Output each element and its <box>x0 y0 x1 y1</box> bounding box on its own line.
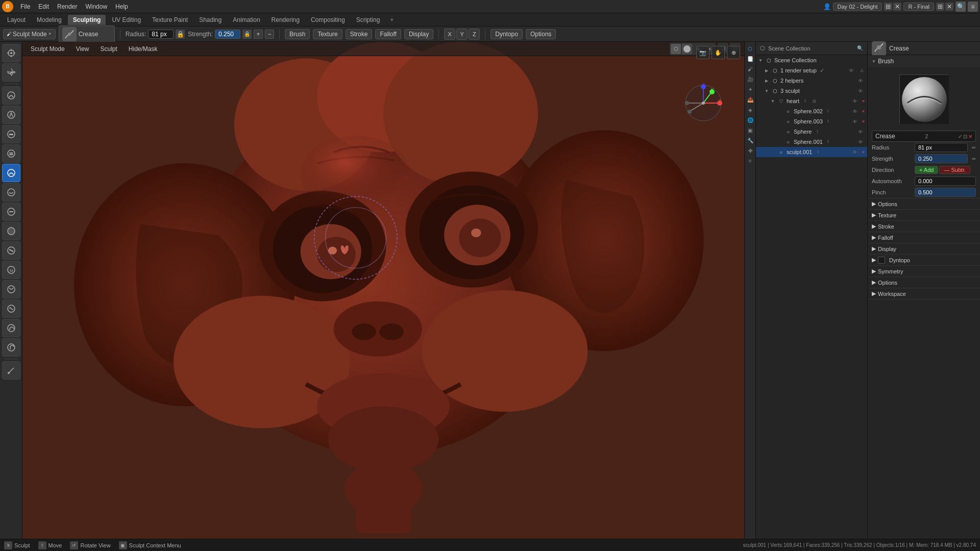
stroke-btn[interactable]: Stroke <box>346 29 373 39</box>
brush-selector[interactable]: Crease <box>59 26 115 43</box>
direction-add-btn[interactable]: + Add <box>915 166 938 174</box>
tool-fill[interactable] <box>2 222 20 240</box>
tab-animation[interactable]: Animation <box>228 15 265 25</box>
crease-del-btn[interactable]: ✕ <box>968 134 972 139</box>
menu-file[interactable]: File <box>16 2 34 11</box>
viewport[interactable]: Sculpt Mode View Sculpt Hide/Mask ⬡ ◉ ● … <box>22 42 744 539</box>
filter-icon[interactable]: ≡ <box>968 2 978 12</box>
viewport-mode-btn[interactable]: Sculpt Mode <box>27 44 69 54</box>
viewport-hidemask-btn[interactable]: Hide/Mask <box>125 44 162 54</box>
viewport-sculpt-btn[interactable]: Sculpt <box>96 44 121 54</box>
tool-smooth[interactable] <box>2 183 20 202</box>
tool-flatten[interactable] <box>2 203 20 221</box>
tab-layout[interactable]: Layout <box>2 15 31 25</box>
heart-filter[interactable]: ⟟ <box>801 97 808 105</box>
object-props-icon[interactable]: ▣ <box>746 126 755 135</box>
outliner-filter-icon[interactable]: 🔍 <box>857 45 863 51</box>
blender-logo[interactable]: B <box>2 1 13 12</box>
tab-texture-paint[interactable]: Texture Paint <box>147 15 193 25</box>
brush-btn[interactable]: Brush <box>285 29 310 39</box>
view-props-icon[interactable]: 🎥 <box>746 74 755 84</box>
physics-icon[interactable]: ⚛ <box>746 156 755 165</box>
hand-icon[interactable]: ✋ <box>712 46 725 59</box>
tool-clay[interactable] <box>2 125 20 143</box>
y-axis-btn[interactable]: Y <box>456 29 468 40</box>
dyntopo-btn[interactable]: Dyntopo <box>491 29 523 39</box>
s002-del[interactable]: ✕ <box>862 109 865 114</box>
sub-btn[interactable]: − <box>265 30 274 39</box>
outliner-sculpt-001[interactable]: ▶ ○ sculpt.001 ⟟ 👁 ✕ <box>756 147 867 157</box>
add-btn[interactable]: + <box>254 30 263 39</box>
dyntopo-checkbox[interactable] <box>878 257 885 264</box>
menu-window[interactable]: Window <box>81 2 111 11</box>
display-section[interactable]: ▶ Display <box>868 243 980 255</box>
s001-eye[interactable]: 👁 <box>858 139 865 145</box>
strength-edit-icon[interactable]: ✏ <box>970 156 976 162</box>
tool-draw[interactable] <box>2 86 20 105</box>
outliner-heart[interactable]: ▼ ♡ heart ⟟ ⊡ 👁 ✕ <box>756 96 867 106</box>
outliner-scene-collection[interactable]: ▼ ⬡ Scene Collection <box>756 55 867 65</box>
tool-draw-sharp[interactable] <box>2 106 20 124</box>
tab-shading[interactable]: Shading <box>194 15 227 25</box>
dyntopo-section[interactable]: ▶ Dyntopo <box>868 255 980 266</box>
pinch-prop-value[interactable]: 0.500 <box>915 188 976 197</box>
render-btn-1[interactable]: ⊞ <box>936 3 944 11</box>
tab-compositing[interactable]: Compositing <box>306 15 350 25</box>
direction-sub-btn[interactable]: — Subtr. <box>939 166 970 174</box>
strength-input[interactable]: 0.250 <box>215 30 240 39</box>
tool-clay-strips[interactable] <box>2 144 20 163</box>
tool-scrape[interactable] <box>2 241 20 260</box>
sphere-filter[interactable]: ⟟ <box>814 128 821 135</box>
s002-eye[interactable]: 👁 <box>852 109 860 114</box>
tab-rendering[interactable]: Rendering <box>266 15 305 25</box>
search-icon[interactable]: 🔍 <box>955 2 966 12</box>
options2-section[interactable]: ▶ Options <box>868 277 980 288</box>
particle-icon[interactable]: ✤ <box>746 146 755 155</box>
heart-red-icon[interactable]: ✕ <box>862 99 865 104</box>
radius-input[interactable]: 81 px <box>148 30 174 39</box>
tool-snake-hook[interactable] <box>2 319 20 337</box>
display-btn[interactable]: Display <box>404 29 433 39</box>
workspace-section[interactable]: ▶ Workspace <box>868 288 980 299</box>
s003-filter[interactable]: ⟟ <box>825 118 832 125</box>
tool-annotate[interactable] <box>2 361 20 380</box>
view-layer-icon[interactable]: ◈ <box>746 105 755 114</box>
tool-multires[interactable]: M <box>2 261 20 279</box>
tool-cursor[interactable] <box>2 44 20 62</box>
tab-uv-editing[interactable]: UV Editing <box>107 15 146 25</box>
s002-filter[interactable]: ⟟ <box>825 108 832 115</box>
crease-name-field[interactable]: Crease 2 ✓ ⊡ ✕ <box>872 131 976 142</box>
output-props-icon[interactable]: 📤 <box>746 95 755 104</box>
tool-crease[interactable] <box>2 164 20 182</box>
s003-eye[interactable]: 👁 <box>852 119 860 124</box>
title-btn-1[interactable]: ⊞ <box>884 3 892 11</box>
viewport-view-btn[interactable]: View <box>72 44 93 54</box>
tab-scripting[interactable]: Scripting <box>351 15 385 25</box>
camera-persp-icon[interactable]: 📷 <box>696 46 709 59</box>
tool-thumb[interactable] <box>2 338 20 357</box>
tool-elastic[interactable] <box>2 299 20 318</box>
title-close-btn[interactable]: ✕ <box>893 3 901 11</box>
sculpt001-filter[interactable]: ⟟ <box>814 148 821 156</box>
menu-help[interactable]: Help <box>111 2 132 11</box>
radius-lock-icon[interactable]: 🔒 <box>176 30 185 39</box>
anchor-icon[interactable]: ⊕ <box>727 46 740 59</box>
outliner-sphere-001[interactable]: ▶ ○ Sphere.001 ⟟ 👁 <box>756 137 867 147</box>
sculpt001-eye[interactable]: 👁 <box>852 149 860 155</box>
sculpt-eye[interactable]: 👁 <box>858 88 865 94</box>
render-eye[interactable]: 👁 <box>849 68 856 73</box>
z-axis-btn[interactable]: Z <box>469 29 480 40</box>
tool-move[interactable] <box>2 63 20 82</box>
crease-copy-btn[interactable]: ⊡ <box>963 134 967 139</box>
sculpt001-del[interactable]: ✕ <box>862 150 865 155</box>
layer-props-icon[interactable]: 📑 <box>746 54 755 63</box>
modifier-props-icon[interactable]: 🔧 <box>746 136 755 145</box>
outliner-sculpt[interactable]: ▼ ⬡ 3 sculpt 👁 <box>756 86 867 96</box>
outliner-sphere-002[interactable]: ▶ ○ Sphere.002 ⟟ 👁 ✕ <box>756 106 867 116</box>
crease-check-btn[interactable]: ✓ <box>958 134 962 139</box>
outliner-helpers[interactable]: ▶ ⬡ 2 helpers 👁 <box>756 76 867 86</box>
menu-render[interactable]: Render <box>53 2 81 11</box>
wireframe-icon[interactable]: ⬡ <box>671 44 681 54</box>
menu-edit[interactable]: Edit <box>34 2 53 11</box>
outliner-render-setup[interactable]: ▶ ⬡ 1 render setup ✓ 👁 ⚠ <box>756 65 867 76</box>
